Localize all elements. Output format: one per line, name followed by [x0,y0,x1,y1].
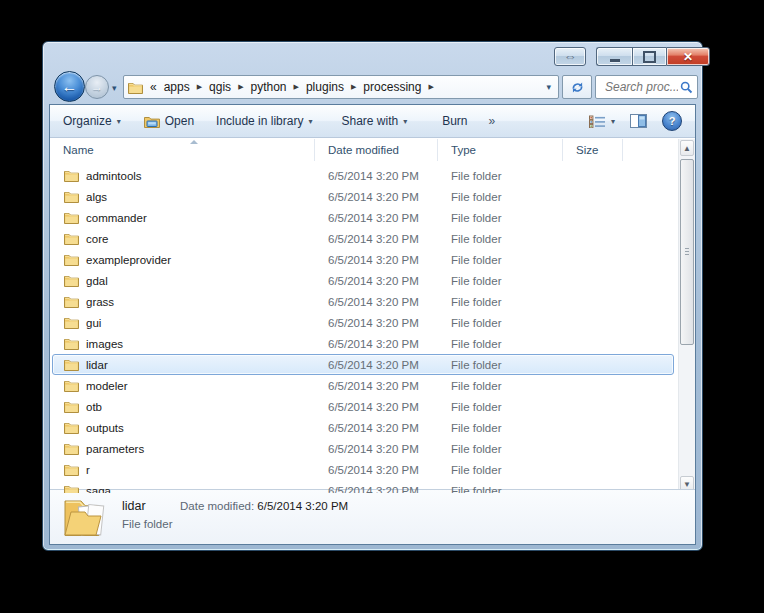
breadcrumb-item[interactable]: python [248,80,290,94]
table-row[interactable]: parameters 6/5/2014 3:20 PM File folder [50,438,678,459]
file-date: 6/5/2014 3:20 PM [315,170,438,182]
column-header-date-modified[interactable]: Date modified [315,139,438,161]
breadcrumb-item[interactable]: processing [360,80,424,94]
file-name-cell: parameters [50,442,315,455]
breadcrumb-separator-icon[interactable]: ▶ [347,83,360,91]
breadcrumb-separator-icon[interactable]: ▶ [234,83,247,91]
file-name-cell: algs [50,190,315,203]
file-type: File folder [438,359,563,371]
folder-icon [64,211,79,224]
file-date: 6/5/2014 3:20 PM [315,401,438,413]
table-row[interactable]: lidar 6/5/2014 3:20 PM File folder [50,354,678,375]
breadcrumb-overflow[interactable]: « [145,80,161,94]
include-in-library-button[interactable]: Include in library ▾ [216,114,312,128]
table-row[interactable]: grass 6/5/2014 3:20 PM File folder [50,291,678,312]
swap-window-button[interactable]: ⇔ [554,47,586,66]
breadcrumb-item[interactable]: plugins [303,80,347,94]
file-name-cell: exampleprovider [50,253,315,266]
file-date: 6/5/2014 3:20 PM [315,443,438,455]
file-name-cell: otb [50,400,315,413]
search-input[interactable] [603,79,680,95]
file-list-body: admintools 6/5/2014 3:20 PM File folder … [50,161,678,493]
file-name-cell: modeler [50,379,315,392]
breadcrumb-item[interactable]: apps [161,80,193,94]
file-name: otb [86,401,102,413]
toolbar-overflow-button[interactable]: » [489,114,496,128]
table-row[interactable]: outputs 6/5/2014 3:20 PM File folder [50,417,678,438]
scroll-up-button[interactable]: ▲ [680,140,694,156]
details-date-value: 6/5/2014 3:20 PM [257,500,348,512]
table-row[interactable]: algs 6/5/2014 3:20 PM File folder [50,186,678,207]
table-row[interactable]: gui 6/5/2014 3:20 PM File folder [50,312,678,333]
scrollbar-thumb[interactable] [680,159,694,345]
folder-icon [64,253,79,266]
help-icon: ? [669,115,676,127]
help-button[interactable]: ? [662,111,682,131]
views-list-icon [589,115,606,128]
file-date: 6/5/2014 3:20 PM [315,275,438,287]
breadcrumb-item[interactable]: qgis [206,80,234,94]
file-name: gui [86,317,101,329]
vertical-scrollbar[interactable]: ▲ ▼ [678,139,695,493]
folder-icon-slot [64,379,79,392]
table-row[interactable]: exampleprovider 6/5/2014 3:20 PM File fo… [50,249,678,270]
breadcrumb-separator-icon[interactable]: ▶ [193,83,206,91]
minimize-button[interactable] [596,47,632,66]
open-label: Open [165,114,194,128]
maximize-button[interactable] [632,47,666,66]
column-header-name[interactable]: Name [50,139,315,161]
table-row[interactable]: modeler 6/5/2014 3:20 PM File folder [50,375,678,396]
file-name-cell: grass [50,295,315,308]
folder-icon-slot [64,316,79,329]
file-date: 6/5/2014 3:20 PM [315,485,438,494]
table-row[interactable]: images 6/5/2014 3:20 PM File folder [50,333,678,354]
file-list: Name Date modified Type Size admintools … [50,139,695,493]
folder-icon-slot [64,442,79,455]
forward-button[interactable]: → [85,75,109,99]
open-folder-large-icon [63,496,109,538]
file-name-cell: lidar [50,358,315,371]
open-button[interactable]: Open [144,114,194,128]
table-row[interactable]: core 6/5/2014 3:20 PM File folder [50,228,678,249]
file-date: 6/5/2014 3:20 PM [315,296,438,308]
column-header-size[interactable]: Size [563,139,623,161]
back-button[interactable]: ← [54,71,85,102]
file-name: parameters [86,443,144,455]
folder-icon-slot [64,253,79,266]
file-name-cell: core [50,232,315,245]
file-name-cell: commander [50,211,315,224]
search-icon[interactable] [680,81,693,94]
search-box[interactable] [595,75,698,99]
file-type: File folder [438,422,563,434]
folder-icon-slot [64,211,79,224]
close-button[interactable]: ✕ [666,47,710,66]
folder-icon-slot [64,463,79,476]
table-row[interactable]: commander 6/5/2014 3:20 PM File folder [50,207,678,228]
breadcrumb-separator-icon[interactable]: ▶ [424,83,437,91]
address-bar[interactable]: « apps ▶ qgis ▶ python ▶ plugins ▶ proce… [123,75,559,99]
column-header-type[interactable]: Type [438,139,563,161]
refresh-button[interactable] [562,75,592,99]
file-date: 6/5/2014 3:20 PM [315,380,438,392]
breadcrumb-separator-icon[interactable]: ▶ [290,83,303,91]
preview-pane-icon [630,114,647,128]
file-type: File folder [438,401,563,413]
minimize-icon [610,59,620,62]
file-name-cell: gdal [50,274,315,287]
address-dropdown-icon[interactable]: ▾ [546,82,554,92]
title-bar[interactable]: ⇔ ✕ [43,42,702,70]
table-row[interactable]: admintools 6/5/2014 3:20 PM File folder [50,165,678,186]
table-row[interactable]: r 6/5/2014 3:20 PM File folder [50,459,678,480]
file-date: 6/5/2014 3:20 PM [315,317,438,329]
views-button[interactable]: ▾ [589,115,615,128]
burn-button[interactable]: Burn [442,114,467,128]
organize-label: Organize [63,114,112,128]
recent-pages-dropdown[interactable]: ▾ [112,83,117,93]
organize-button[interactable]: Organize ▾ [63,114,121,128]
share-with-button[interactable]: Share with ▾ [341,114,407,128]
preview-pane-button[interactable] [630,114,647,128]
table-row[interactable]: gdal 6/5/2014 3:20 PM File folder [50,270,678,291]
folder-icon [64,169,79,182]
file-name-cell: outputs [50,421,315,434]
table-row[interactable]: otb 6/5/2014 3:20 PM File folder [50,396,678,417]
